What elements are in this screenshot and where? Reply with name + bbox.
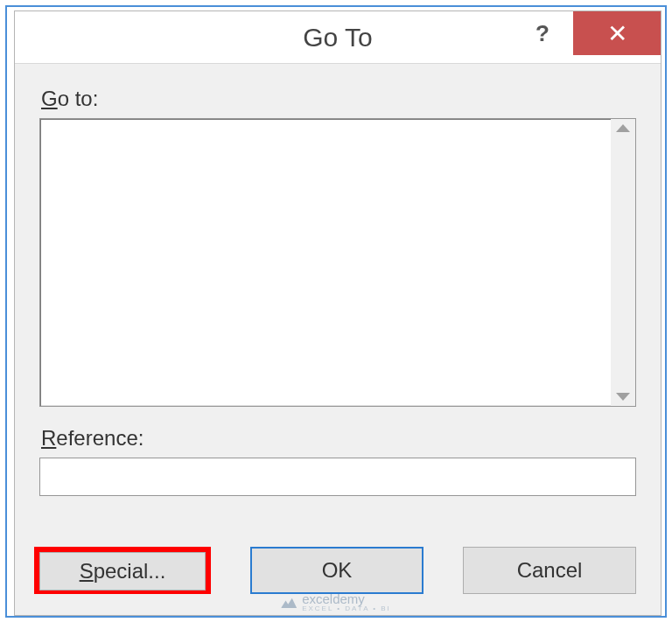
help-button[interactable]: ? — [521, 11, 564, 55]
scrollbar[interactable] — [611, 119, 635, 406]
titlebar: Go To ? ✕ — [15, 11, 661, 64]
close-icon: ✕ — [607, 19, 627, 48]
annotation-frame: Go To ? ✕ Go to: Reference: — [5, 5, 667, 618]
scroll-down-icon[interactable] — [616, 393, 630, 401]
goto-dialog: Go To ? ✕ Go to: Reference: — [14, 10, 662, 616]
close-button[interactable]: ✕ — [573, 11, 661, 55]
goto-listbox[interactable] — [39, 118, 636, 407]
goto-label: Go to: — [41, 87, 636, 111]
dialog-title: Go To — [303, 23, 373, 52]
special-highlight: Special... — [34, 547, 211, 594]
button-row: Special... OK Cancel — [39, 547, 636, 594]
cancel-button[interactable]: Cancel — [463, 547, 636, 594]
help-icon: ? — [536, 20, 550, 47]
special-button[interactable]: Special... — [39, 552, 206, 591]
reference-input[interactable] — [39, 458, 636, 496]
ok-button[interactable]: OK — [250, 547, 424, 594]
scroll-up-icon[interactable] — [616, 124, 630, 132]
dialog-body: Go to: Reference: Special... — [15, 64, 661, 615]
reference-label: Reference: — [41, 426, 636, 451]
